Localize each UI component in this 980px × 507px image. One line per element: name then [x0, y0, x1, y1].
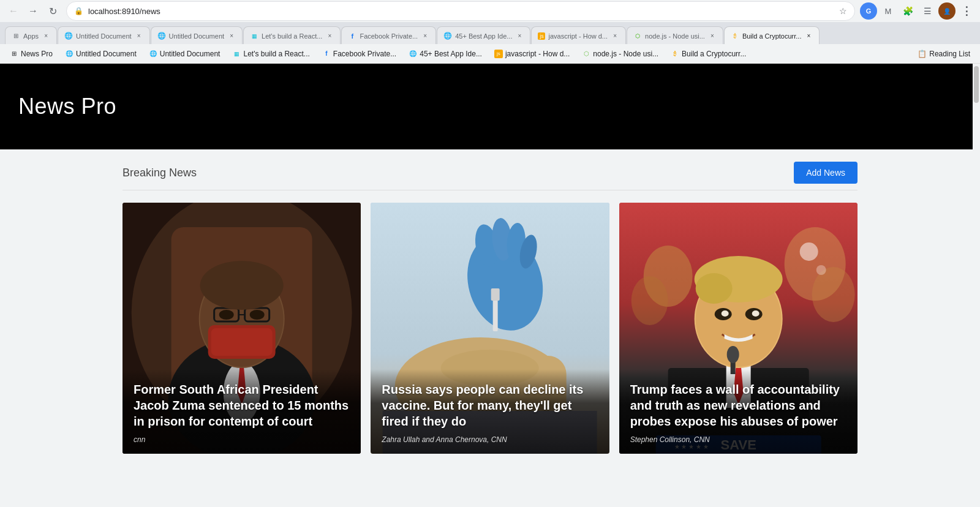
reload-button[interactable]: ↻: [44, 2, 61, 20]
tab-close-react[interactable]: ×: [325, 32, 334, 40]
tab-appideas[interactable]: 🌐 45+ Best App Ide... ×: [437, 26, 530, 44]
tab-close-nodejs[interactable]: ×: [708, 32, 717, 40]
tab-label-appideas: 45+ Best App Ide...: [455, 32, 512, 40]
breaking-news-label: Breaking News: [123, 167, 197, 179]
tabs-bar: ⊞ Apps × 🌐 Untitled Document × 🌐 Untitle…: [0, 22, 980, 44]
tab-close-crypto[interactable]: ×: [804, 32, 813, 40]
google-accounts-icon[interactable]: G: [860, 2, 877, 20]
title-bar: ← → ↻ 🔒 localhost:8910/news ☆ G M 🧩 ☰ 👤 …: [0, 0, 980, 22]
news-cards-grid: Former South African President Jacob Zum…: [123, 203, 858, 454]
bookmark-favicon-appideas: 🌐: [409, 50, 417, 58]
tab-crypto[interactable]: ₿ Build a Cryptocurr... ×: [724, 26, 820, 44]
svg-point-50: [752, 310, 759, 317]
card-author-vaccine: Zahra Ullah and Anna Chernova, CNN: [382, 435, 598, 444]
page-content: News Pro Breaking News Add News: [0, 64, 980, 486]
bookmark-untitled2[interactable]: 🌐 Untitled Document: [144, 47, 225, 61]
bookmark-label-apps: News Pro: [21, 50, 53, 58]
reading-list-bookmark[interactable]: 📋 Reading List: [913, 47, 975, 61]
tab-untitled2[interactable]: 🌐 Untitled Document ×: [151, 26, 243, 44]
bookmark-label-untitled1: Untitled Document: [76, 50, 137, 58]
tab-close-javascript[interactable]: ×: [611, 32, 619, 40]
svg-rect-29: [491, 288, 500, 301]
browser-chrome: ← → ↻ 🔒 localhost:8910/news ☆ G M 🧩 ☰ 👤 …: [0, 0, 980, 486]
card-headline-trump: Trump faces a wall of accountability and…: [630, 381, 846, 429]
site-title: News Pro: [18, 94, 116, 119]
profile-avatar[interactable]: 👤: [938, 2, 956, 20]
bookmark-appideas[interactable]: 🌐 45+ Best App Ide...: [404, 47, 487, 61]
chrome-menu-icon[interactable]: ⋮: [958, 2, 975, 20]
forward-button[interactable]: →: [24, 2, 42, 20]
back-button[interactable]: ←: [5, 2, 22, 20]
card-overlay-trump: Trump faces a wall of accountability and…: [619, 369, 858, 454]
reload-icon: ↻: [49, 6, 57, 17]
address-bar-wrapper[interactable]: 🔒 localhost:8910/news ☆: [66, 1, 855, 21]
svg-point-35: [812, 267, 854, 322]
tab-favicon-nodejs: ⬡: [633, 32, 642, 40]
tab-untitled1[interactable]: 🌐 Untitled Document ×: [58, 26, 150, 44]
tab-close-untitled2[interactable]: ×: [227, 32, 236, 40]
news-card-trump[interactable]: SAVE ★ ★ ★ ★ ★ Trump faces a wall of acc…: [619, 203, 858, 454]
scrollbar[interactable]: [973, 64, 980, 507]
tab-close-apps[interactable]: ×: [42, 32, 50, 40]
lock-icon: 🔒: [74, 7, 83, 15]
tab-javascript[interactable]: js javascript - How d... ×: [531, 26, 626, 44]
gmail-extension-icon[interactable]: M: [880, 2, 897, 20]
forward-icon: →: [28, 6, 38, 17]
card-headline-vaccine: Russia says people can decline its vacci…: [382, 381, 598, 429]
news-card-vaccine[interactable]: Russia says people can decline its vacci…: [371, 203, 609, 454]
bookmark-javascript[interactable]: js javascript - How d...: [489, 47, 575, 61]
bookmark-label-nodejs: node.js - Node usi...: [593, 50, 658, 58]
reading-list-label: Reading List: [929, 50, 970, 58]
tab-favicon-facebook: f: [348, 32, 356, 40]
bookmark-apps[interactable]: ⊞ News Pro: [5, 47, 58, 61]
tab-favicon-javascript: js: [538, 32, 545, 40]
tab-label-apps: Apps: [23, 32, 39, 40]
tab-label-react: Let's build a React...: [262, 32, 322, 40]
reading-list-toolbar-icon[interactable]: ☰: [919, 2, 936, 20]
bookmark-favicon-untitled1: 🌐: [65, 50, 74, 58]
address-input[interactable]: localhost:8910/news: [88, 7, 834, 16]
tab-favicon-appideas: 🌐: [443, 32, 452, 40]
bookmark-crypto[interactable]: ₿ Build a Cryptocurr...: [666, 47, 751, 61]
tab-favicon-crypto: ₿: [731, 32, 739, 40]
extensions-icon[interactable]: 🧩: [899, 2, 916, 20]
bookmark-label-react: Let's build a React...: [243, 50, 309, 58]
bookmark-favicon-apps: ⊞: [10, 50, 18, 58]
toolbar-icons: G M 🧩 ☰ 👤 ⋮: [860, 2, 975, 20]
card-author-zuma: cnn: [134, 435, 350, 444]
tab-close-facebook[interactable]: ×: [421, 32, 429, 40]
nav-buttons: ← → ↻: [5, 2, 61, 20]
svg-point-46: [695, 273, 732, 304]
bookmark-react[interactable]: ▦ Let's build a React...: [227, 47, 314, 61]
bookmark-nodejs[interactable]: ⬡ node.js - Node usi...: [577, 47, 663, 61]
bookmark-facebook[interactable]: f Facebook Private...: [317, 47, 401, 61]
bookmark-untitled1[interactable]: 🌐 Untitled Document: [60, 47, 141, 61]
tab-apps[interactable]: ⊞ Apps ×: [5, 26, 57, 44]
tab-label-facebook: Facebook Private...: [360, 32, 418, 40]
news-card-zuma[interactable]: Former South African President Jacob Zum…: [123, 203, 361, 454]
card-overlay-zuma: Former South African President Jacob Zum…: [123, 369, 361, 454]
tab-favicon-react: ▦: [250, 32, 258, 40]
bookmark-favicon-crypto: ₿: [671, 50, 679, 58]
tab-react[interactable]: ▦ Let's build a React... ×: [243, 26, 341, 44]
tab-label-javascript: javascript - How d...: [548, 32, 608, 40]
tab-label-nodejs: node.js - Node usi...: [645, 32, 705, 40]
add-news-button[interactable]: Add News: [794, 162, 858, 184]
back-icon: ←: [9, 6, 18, 17]
bookmark-label-untitled2: Untitled Document: [160, 50, 221, 58]
tab-close-untitled1[interactable]: ×: [135, 32, 143, 40]
tab-facebook[interactable]: f Facebook Private... ×: [341, 26, 436, 44]
tab-close-appideas[interactable]: ×: [515, 32, 524, 40]
tab-favicon-apps: ⊞: [12, 32, 20, 40]
bookmark-favicon-nodejs: ⬡: [582, 50, 590, 58]
news-header: News Pro: [0, 64, 980, 149]
bookmarks-bar: ⊞ News Pro 🌐 Untitled Document 🌐 Untitle…: [0, 44, 980, 64]
card-headline-zuma: Former South African President Jacob Zum…: [134, 381, 350, 429]
card-overlay-vaccine: Russia says people can decline its vacci…: [371, 369, 609, 454]
svg-point-37: [816, 265, 826, 275]
svg-point-36: [799, 242, 818, 261]
reading-list-icon: 📋: [918, 50, 927, 58]
tab-nodejs[interactable]: ⬡ node.js - Node usi... ×: [627, 26, 723, 44]
star-bookmark-icon[interactable]: ☆: [839, 6, 847, 16]
scrollbar-thumb[interactable]: [974, 66, 979, 103]
